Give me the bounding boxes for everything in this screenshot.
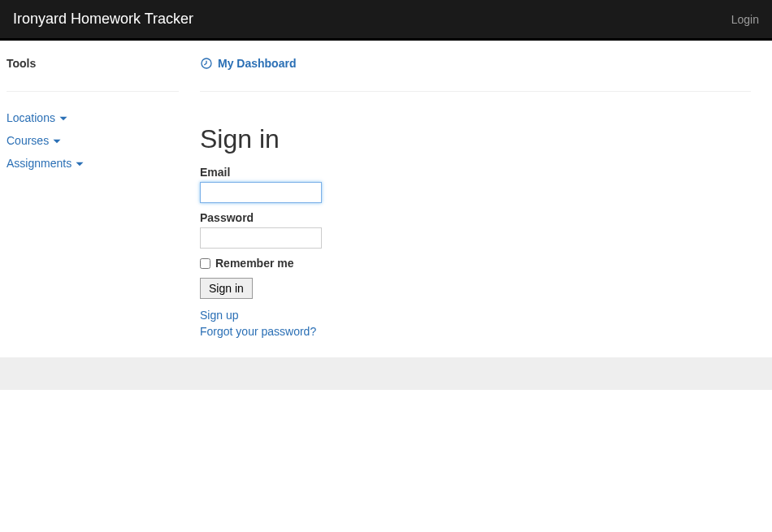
content-container: Tools Locations Courses Assignments <box>0 41 772 341</box>
chevron-down-icon <box>52 136 62 145</box>
sidebar-item-courses[interactable]: Courses <box>7 129 179 152</box>
main-content: My Dashboard Sign in Email Password Reme… <box>187 57 764 341</box>
forgot-password-link[interactable]: Forgot your password? <box>200 325 751 338</box>
navbar: Ironyard Homework Tracker Login <box>0 0 772 41</box>
email-field[interactable] <box>200 182 322 203</box>
sidebar: Tools Locations Courses Assignments <box>0 57 187 341</box>
email-label: Email <box>200 166 751 179</box>
remember-label: Remember me <box>215 257 294 270</box>
sidebar-title: Tools <box>7 57 179 92</box>
sidebar-item-label: Courses <box>7 134 49 147</box>
dashboard-icon <box>200 57 213 70</box>
my-dashboard-link[interactable]: My Dashboard <box>218 57 296 70</box>
sidebar-item-label: Assignments <box>7 157 72 170</box>
chevron-down-icon <box>59 113 68 123</box>
sidebar-item-locations[interactable]: Locations <box>7 106 179 129</box>
signin-heading: Sign in <box>200 124 751 154</box>
password-label: Password <box>200 211 751 224</box>
auth-links: Sign up Forgot your password? <box>200 309 751 338</box>
brand-link[interactable]: Ironyard Homework Tracker <box>13 11 193 28</box>
login-link[interactable]: Login <box>731 13 759 26</box>
signin-form: Email Password Remember me Sign in Sign … <box>200 166 751 338</box>
sidebar-item-label: Locations <box>7 111 55 124</box>
sign-in-button[interactable]: Sign in <box>200 278 253 299</box>
dashboard-row: My Dashboard <box>200 57 751 92</box>
sidebar-item-assignments[interactable]: Assignments <box>7 152 179 175</box>
remember-checkbox[interactable] <box>200 258 210 269</box>
footer <box>0 357 772 390</box>
chevron-down-icon <box>75 158 85 168</box>
sign-up-link[interactable]: Sign up <box>200 309 751 322</box>
remember-row: Remember me <box>200 257 751 270</box>
password-field[interactable] <box>200 227 322 249</box>
